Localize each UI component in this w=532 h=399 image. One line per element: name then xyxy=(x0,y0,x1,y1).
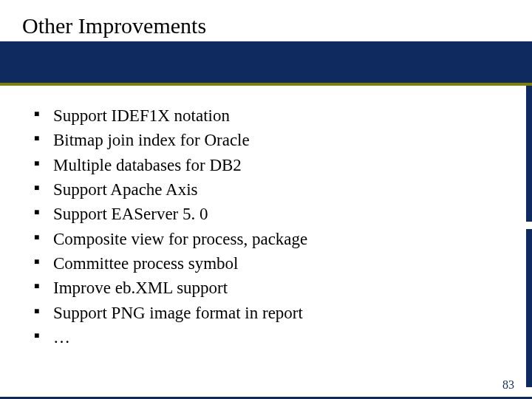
page-number: 83 xyxy=(502,378,514,392)
list-item: Support Apache Axis xyxy=(31,177,502,202)
list-item-text: Bitmap join index for Oracle xyxy=(53,131,250,149)
list-item-text: Improve eb.XML support xyxy=(53,279,228,297)
list-item: Improve eb.XML support xyxy=(31,276,502,300)
list-item-text: Multiple databases for DB2 xyxy=(53,156,242,174)
list-item-text: … xyxy=(53,328,70,347)
list-item-text: Support IDEF1X notation xyxy=(53,106,230,125)
slide-title: Other Improvements xyxy=(22,13,206,38)
list-item: Committee process symbol xyxy=(31,251,502,276)
list-item-text: Support EAServer 5. 0 xyxy=(53,205,208,223)
list-item: Support EAServer 5. 0 xyxy=(31,202,502,226)
bullet-list: Support IDEF1X notation Bitmap join inde… xyxy=(31,103,502,349)
title-band xyxy=(0,41,532,83)
list-item-text: Composite view for process, package xyxy=(53,230,307,248)
list-item-text: Support PNG image format in report xyxy=(53,304,303,322)
list-item: Support PNG image format in report xyxy=(31,301,502,325)
content-area: Support IDEF1X notation Bitmap join inde… xyxy=(31,103,502,349)
list-item-text: Support Apache Axis xyxy=(53,180,198,199)
right-rail xyxy=(526,86,532,387)
list-item: Support IDEF1X notation xyxy=(31,103,502,128)
title-area: Other Improvements xyxy=(0,0,532,83)
list-item: Bitmap join index for Oracle xyxy=(31,128,502,152)
slide: Other Improvements Support IDEF1X notati… xyxy=(0,0,532,399)
accent-line xyxy=(0,83,532,86)
list-item-text: Committee process symbol xyxy=(53,254,238,273)
right-rail-gap xyxy=(526,222,532,229)
list-item: Composite view for process, package xyxy=(31,227,502,251)
list-item: … xyxy=(31,325,502,349)
list-item: Multiple databases for DB2 xyxy=(31,153,502,177)
